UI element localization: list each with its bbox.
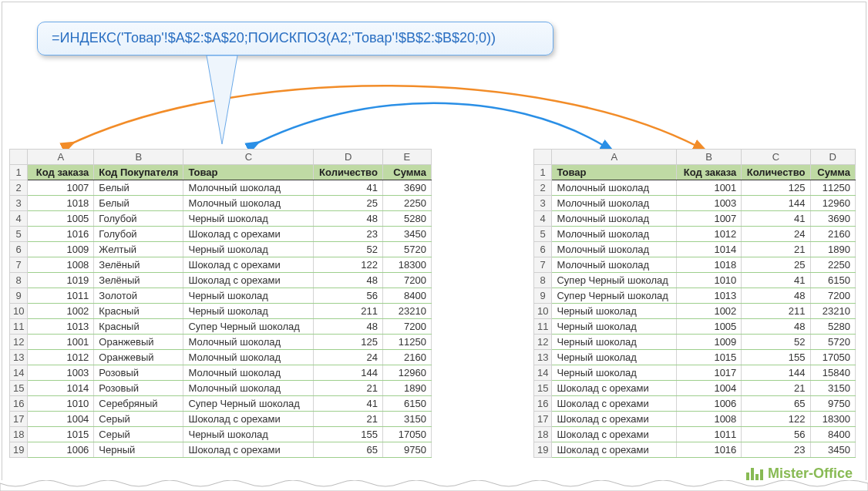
cell[interactable]: 1009 — [677, 335, 742, 350]
row-number[interactable]: 13 — [534, 350, 552, 365]
cell[interactable]: Голубой — [94, 227, 183, 242]
row-number[interactable]: 6 — [10, 242, 28, 257]
cell[interactable]: 48 — [314, 273, 382, 288]
cell[interactable]: Супер Черный шоколад — [552, 288, 677, 304]
cell[interactable]: 1005 — [28, 211, 94, 227]
row-number[interactable]: 4 — [10, 211, 28, 227]
cell[interactable]: 1001 — [28, 335, 94, 350]
col-header[interactable]: A — [28, 150, 94, 165]
table-header[interactable]: Количество — [742, 165, 810, 180]
cell[interactable]: Серый — [94, 412, 183, 427]
cell[interactable]: Черный шоколад — [183, 211, 314, 227]
cell[interactable]: Шоколад с орехами — [552, 442, 677, 458]
row-number[interactable]: 18 — [534, 427, 552, 442]
cell[interactable]: 144 — [314, 365, 382, 381]
cell[interactable]: 1890 — [810, 242, 856, 257]
cell[interactable]: 1014 — [28, 381, 94, 396]
row-number[interactable]: 10 — [534, 304, 552, 319]
col-header[interactable]: B — [94, 150, 183, 165]
cell[interactable]: 2250 — [810, 257, 856, 273]
cell[interactable]: 52 — [314, 242, 382, 257]
cell[interactable]: Молочный шоколад — [183, 365, 314, 381]
cell[interactable]: 25 — [314, 196, 382, 211]
cell[interactable]: 1004 — [28, 412, 94, 427]
table-header[interactable]: Код заказа — [677, 165, 742, 180]
row-number[interactable]: 3 — [534, 196, 552, 211]
cell[interactable]: 1003 — [28, 365, 94, 381]
cell[interactable]: 211 — [314, 304, 382, 319]
table-header[interactable]: Сумма — [810, 165, 856, 180]
cell[interactable]: Супер Черный шоколад — [183, 319, 314, 335]
row-number[interactable]: 1 — [10, 165, 28, 180]
row-number[interactable]: 17 — [534, 412, 552, 427]
row-number[interactable]: 3 — [10, 196, 28, 211]
cell[interactable]: 1001 — [677, 180, 742, 196]
table-header[interactable]: Сумма — [382, 165, 431, 180]
spreadsheet-right[interactable]: ABCD1ТоварКод заказаКоличествоСумма2Моло… — [533, 149, 856, 458]
row-number[interactable]: 19 — [534, 442, 552, 458]
cell[interactable]: 12960 — [382, 365, 431, 381]
cell[interactable]: 1007 — [28, 180, 94, 196]
cell[interactable]: 1013 — [677, 288, 742, 304]
cell[interactable]: 56 — [742, 427, 810, 442]
col-header[interactable]: D — [810, 150, 856, 165]
cell[interactable]: 41 — [742, 211, 810, 227]
col-header[interactable]: D — [314, 150, 382, 165]
cell[interactable]: 23210 — [810, 304, 856, 319]
cell[interactable]: 6150 — [382, 396, 431, 412]
cell[interactable]: 48 — [742, 288, 810, 304]
row-number[interactable]: 15 — [534, 381, 552, 396]
cell[interactable]: 1011 — [677, 427, 742, 442]
row-number[interactable]: 13 — [10, 350, 28, 365]
cell[interactable]: 25 — [742, 257, 810, 273]
cell[interactable]: Желтый — [94, 242, 183, 257]
cell[interactable]: 1002 — [677, 304, 742, 319]
cell[interactable]: 11250 — [382, 335, 431, 350]
row-number[interactable]: 8 — [534, 273, 552, 288]
row-number[interactable]: 1 — [534, 165, 552, 180]
cell[interactable]: 8400 — [382, 288, 431, 304]
row-number[interactable]: 2 — [10, 180, 28, 196]
col-header[interactable]: C — [742, 150, 810, 165]
cell[interactable]: 18300 — [810, 412, 856, 427]
cell[interactable]: 1010 — [28, 396, 94, 412]
cell[interactable]: Молочный шоколад — [552, 242, 677, 257]
cell[interactable]: 3150 — [382, 412, 431, 427]
cell[interactable]: 1890 — [382, 381, 431, 396]
cell[interactable]: Черный шоколад — [552, 335, 677, 350]
cell[interactable]: 1002 — [28, 304, 94, 319]
cell[interactable]: 1003 — [677, 196, 742, 211]
cell[interactable]: 1010 — [677, 273, 742, 288]
cell[interactable]: 1015 — [28, 427, 94, 442]
cell[interactable]: Молочный шоколад — [552, 211, 677, 227]
cell[interactable]: 21 — [742, 381, 810, 396]
cell[interactable]: Серебряный — [94, 396, 183, 412]
cell[interactable]: Черный шоколад — [183, 304, 314, 319]
cell[interactable]: 211 — [742, 304, 810, 319]
cell[interactable]: 12960 — [810, 196, 856, 211]
row-number[interactable]: 16 — [534, 396, 552, 412]
cell[interactable]: 6150 — [810, 273, 856, 288]
cell[interactable]: Голубой — [94, 211, 183, 227]
cell[interactable]: 5720 — [810, 335, 856, 350]
cell[interactable]: 41 — [314, 396, 382, 412]
cell[interactable]: Молочный шоколад — [183, 335, 314, 350]
row-number[interactable]: 12 — [534, 335, 552, 350]
cell[interactable]: 3690 — [810, 211, 856, 227]
cell[interactable]: Черный шоколад — [183, 288, 314, 304]
row-number[interactable]: 11 — [534, 319, 552, 335]
cell[interactable]: 1007 — [677, 211, 742, 227]
cell[interactable]: Розовый — [94, 365, 183, 381]
cell[interactable]: Черный шоколад — [552, 365, 677, 381]
cell[interactable]: 23 — [314, 227, 382, 242]
cell[interactable]: Серый — [94, 427, 183, 442]
cell[interactable]: 9750 — [810, 396, 856, 412]
table-header[interactable]: Код заказа — [28, 165, 94, 180]
cell[interactable]: Молочный шоколад — [552, 196, 677, 211]
row-number[interactable]: 14 — [10, 365, 28, 381]
cell[interactable]: 23210 — [382, 304, 431, 319]
cell[interactable]: Молочный шоколад — [552, 227, 677, 242]
cell[interactable]: 1005 — [677, 319, 742, 335]
cell[interactable]: 52 — [742, 335, 810, 350]
cell[interactable]: Красный — [94, 319, 183, 335]
